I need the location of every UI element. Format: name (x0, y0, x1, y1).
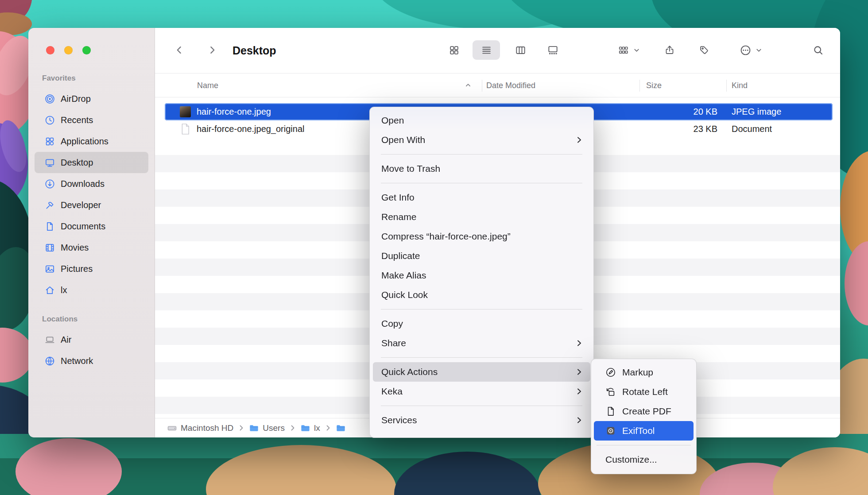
sidebar-item-network[interactable]: Network (35, 350, 148, 371)
menu-item-rename[interactable]: Rename (373, 207, 590, 227)
sidebar-item-pictures[interactable]: Pictures (35, 258, 148, 279)
sidebar-item-movies[interactable]: Movies (35, 237, 148, 258)
folder-icon (301, 424, 310, 433)
sidebar-item-documents[interactable]: Documents (35, 216, 148, 237)
sidebar-item-label: Network (61, 356, 93, 366)
sidebar-locations-heading: Locations (42, 315, 148, 324)
sidebar-item-air[interactable]: Air (35, 329, 148, 350)
laptop-icon (45, 335, 55, 345)
column-view-icon (515, 45, 526, 56)
sidebar-item-label: Recents (61, 115, 93, 125)
zoom-window-button[interactable] (82, 46, 91, 54)
menu-item-open[interactable]: Open (373, 111, 590, 130)
share-icon (664, 45, 675, 55)
gallery-view-button[interactable] (539, 40, 566, 60)
search-icon (813, 45, 824, 56)
submenu-item-exiftool[interactable]: ExifTool (594, 421, 694, 441)
more-options-button[interactable] (730, 40, 772, 60)
sidebar-item-label: Pictures (61, 264, 93, 274)
sidebar-item-label: Downloads (61, 179, 105, 189)
path-segment-macintosh-hd[interactable]: Macintosh HD (167, 423, 233, 433)
file-kind: Document (732, 120, 772, 138)
menu-separator (381, 154, 582, 155)
menu-item-share[interactable]: Share (373, 333, 590, 353)
file-name: hair-force-one.jpeg (197, 103, 271, 120)
column-header-name[interactable]: Name (197, 73, 218, 97)
share-button[interactable] (660, 40, 679, 60)
path-separator-icon (326, 425, 330, 431)
more-options-icon (740, 45, 751, 56)
sidebar-item-downloads[interactable]: Downloads (35, 173, 148, 194)
sidebar-item-recents[interactable]: Recents (35, 109, 148, 131)
menu-item-open-with[interactable]: Open With (373, 130, 590, 150)
menu-item-quick-look[interactable]: Quick Look (373, 285, 590, 305)
menu-item-make-alias[interactable]: Make Alias (373, 266, 590, 285)
sidebar-item-desktop[interactable]: Desktop (35, 152, 148, 173)
exiftool-icon (605, 425, 616, 436)
submenu-chevron-icon (577, 339, 582, 347)
search-button[interactable] (808, 40, 828, 60)
icon-view-button[interactable] (440, 40, 468, 60)
forward-button[interactable] (202, 40, 222, 60)
menu-item-compress[interactable]: Compress “hair-force-one.jpeg” (373, 227, 590, 246)
back-button[interactable] (170, 40, 189, 60)
submenu-item-create-pdf[interactable]: Create PDF (594, 402, 694, 421)
desktop-icon (45, 158, 55, 168)
document-file-icon (180, 123, 190, 135)
path-segment-users[interactable]: Users (249, 423, 285, 433)
chevron-down-icon (755, 46, 763, 54)
submenu-item-rotate-left[interactable]: Rotate Left (594, 382, 694, 402)
column-header-kind[interactable]: Kind (732, 73, 748, 97)
home-icon (45, 285, 55, 295)
submenu-chevron-icon (577, 387, 582, 395)
sidebar-item-applications[interactable]: Applications (35, 131, 148, 152)
path-segment-truncated[interactable] (336, 424, 349, 433)
sidebar-item-airdrop[interactable]: AirDrop (35, 88, 148, 109)
menu-item-copy[interactable]: Copy (373, 314, 590, 333)
menu-item-quick-actions[interactable]: Quick Actions (373, 362, 590, 382)
file-size: 23 KB (694, 120, 717, 138)
list-view-button[interactable] (473, 40, 500, 60)
column-view-button[interactable] (507, 40, 534, 60)
gallery-view-icon (547, 45, 558, 56)
hard-drive-icon (167, 424, 177, 433)
menu-item-get-info[interactable]: Get Info (373, 188, 590, 207)
clock-icon (45, 115, 55, 125)
menu-separator (381, 183, 582, 183)
menu-separator (381, 309, 582, 309)
menu-item-move-to-trash[interactable]: Move to Trash (373, 159, 590, 178)
chevron-down-icon (633, 46, 640, 54)
column-header-size[interactable]: Size (646, 73, 662, 97)
file-size: 20 KB (694, 103, 717, 120)
sidebar-item-label: Developer (61, 200, 101, 210)
sidebar-item-home-lx[interactable]: lx (35, 279, 148, 301)
sidebar-item-label: Air (61, 335, 71, 345)
sidebar-item-label: lx (61, 285, 67, 295)
list-view-icon (481, 45, 492, 56)
submenu-item-markup[interactable]: Markup (594, 363, 694, 382)
menu-item-services[interactable]: Services (373, 410, 590, 430)
close-window-button[interactable] (46, 46, 54, 54)
folder-icon (249, 424, 259, 433)
hammer-icon (45, 200, 55, 210)
group-button[interactable] (607, 40, 651, 60)
rotate-left-icon (605, 387, 616, 397)
menu-item-duplicate[interactable]: Duplicate (373, 246, 590, 266)
path-segment-lx[interactable]: lx (301, 423, 320, 433)
create-pdf-icon (605, 406, 616, 417)
sidebar-item-developer[interactable]: Developer (35, 194, 148, 216)
sidebar-item-label: AirDrop (61, 94, 91, 104)
downloads-circle-icon (45, 179, 55, 189)
tags-button[interactable] (694, 40, 714, 60)
column-header-date-modified[interactable]: Date Modified (486, 73, 535, 97)
menu-item-keka[interactable]: Keka (373, 382, 590, 401)
submenu-item-customize[interactable]: Customize... (594, 450, 694, 469)
desktop: Favorites AirDrop Recents Applications D… (0, 0, 868, 495)
sidebar: Favorites AirDrop Recents Applications D… (28, 28, 155, 437)
minimize-window-button[interactable] (64, 46, 73, 54)
group-items-icon (618, 45, 629, 56)
toolbar: Desktop (155, 28, 840, 73)
film-icon (45, 243, 55, 253)
context-menu: Open Open With Move to Trash Get Info Re… (369, 107, 594, 438)
airdrop-icon (45, 94, 55, 104)
